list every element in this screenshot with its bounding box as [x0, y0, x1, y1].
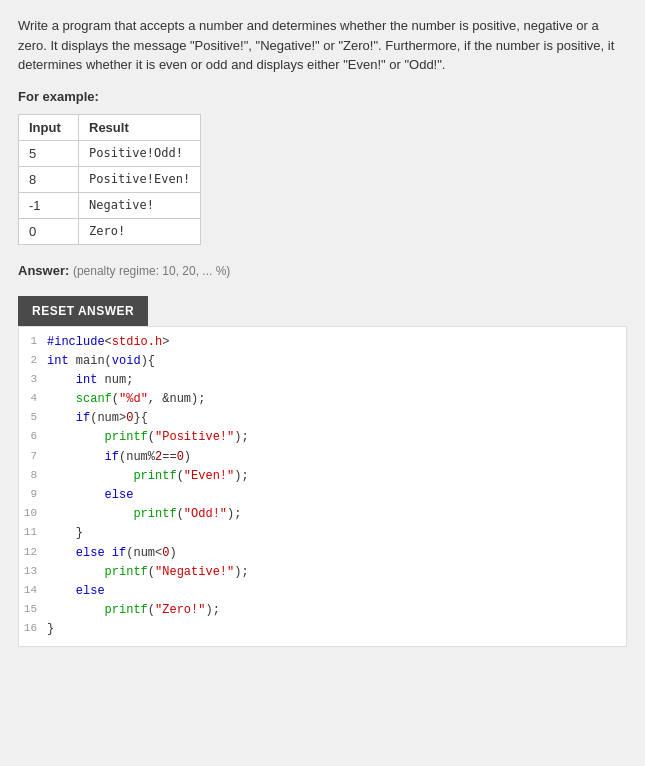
code-token: ( [177, 507, 184, 521]
line-number: 12 [19, 544, 47, 562]
line-content: int num; [47, 371, 626, 390]
code-token: ( [148, 565, 155, 579]
code-token [47, 430, 105, 444]
code-line: 12 else if(num<0) [19, 544, 626, 563]
code-token: printf [105, 430, 148, 444]
code-token: printf [105, 603, 148, 617]
code-token: "Negative!" [155, 565, 234, 579]
code-token: "Positive!" [155, 430, 234, 444]
line-number: 2 [19, 352, 47, 370]
code-token [47, 565, 105, 579]
code-editor[interactable]: 1#include<stdio.h>2int main(void){3 int … [18, 326, 627, 647]
code-token: (num% [119, 450, 155, 464]
code-token: num; [97, 373, 133, 387]
line-content: if(num%2==0) [47, 448, 626, 467]
code-token [105, 546, 112, 560]
code-token: ) [184, 450, 191, 464]
line-number: 13 [19, 563, 47, 581]
line-number: 14 [19, 582, 47, 600]
line-number: 3 [19, 371, 47, 389]
code-token: void [112, 354, 141, 368]
code-token: == [162, 450, 176, 464]
line-number: 9 [19, 486, 47, 504]
code-token: else [76, 546, 105, 560]
line-content: else [47, 486, 626, 505]
table-row: 5Positive!Odd! [19, 140, 201, 166]
code-line: 5 if(num>0}{ [19, 409, 626, 428]
code-token: ); [205, 603, 219, 617]
code-token [47, 507, 133, 521]
code-token: ); [234, 469, 248, 483]
code-token [47, 373, 76, 387]
code-token: printf [133, 507, 176, 521]
code-line: 16} [19, 620, 626, 639]
code-token: 0 [177, 450, 184, 464]
problem-description: Write a program that accepts a number an… [18, 16, 627, 75]
table-cell-input: 5 [19, 140, 79, 166]
code-token: if [76, 411, 90, 425]
code-token: printf [105, 565, 148, 579]
table-row: 8Positive!Even! [19, 166, 201, 192]
line-number: 8 [19, 467, 47, 485]
line-content: int main(void){ [47, 352, 626, 371]
code-token: #include [47, 335, 105, 349]
code-token: ); [234, 430, 248, 444]
line-number: 16 [19, 620, 47, 638]
code-token: ( [148, 430, 155, 444]
table-cell-result: Positive!Odd! [79, 140, 201, 166]
reset-answer-button[interactable]: RESET ANSWER [18, 296, 148, 326]
reset-bar: RESET ANSWER [18, 286, 627, 326]
code-token: > [162, 335, 169, 349]
line-content: printf("Positive!"); [47, 428, 626, 447]
code-token: "Odd!" [184, 507, 227, 521]
line-content: #include<stdio.h> [47, 333, 626, 352]
code-line: 14 else [19, 582, 626, 601]
line-content: printf("Odd!"); [47, 505, 626, 524]
answer-section: Answer: (penalty regime: 10, 20, ... %) … [18, 263, 627, 647]
code-token: }{ [133, 411, 147, 425]
code-token: ( [112, 392, 119, 406]
line-content: else if(num<0) [47, 544, 626, 563]
code-token: < [105, 335, 112, 349]
code-token [47, 469, 133, 483]
code-token: "%d" [119, 392, 148, 406]
table-row: 0Zero! [19, 218, 201, 244]
code-token: printf [133, 469, 176, 483]
line-number: 1 [19, 333, 47, 351]
code-token: if [105, 450, 119, 464]
code-line: 15 printf("Zero!"); [19, 601, 626, 620]
code-token [47, 584, 76, 598]
table-cell-result: Zero! [79, 218, 201, 244]
code-token: ); [227, 507, 241, 521]
code-line: 7 if(num%2==0) [19, 448, 626, 467]
table-header-result: Result [79, 114, 201, 140]
table-cell-result: Negative! [79, 192, 201, 218]
line-content: printf("Zero!"); [47, 601, 626, 620]
code-token: "Even!" [184, 469, 234, 483]
code-token: } [47, 622, 54, 636]
code-token [47, 411, 76, 425]
code-line: 9 else [19, 486, 626, 505]
table-cell-input: 0 [19, 218, 79, 244]
line-content: printf("Even!"); [47, 467, 626, 486]
code-line: 6 printf("Positive!"); [19, 428, 626, 447]
code-token: ){ [141, 354, 155, 368]
code-line: 4 scanf("%d", &num); [19, 390, 626, 409]
code-token: (num< [126, 546, 162, 560]
table-cell-input: -1 [19, 192, 79, 218]
code-token: ); [234, 565, 248, 579]
line-content: scanf("%d", &num); [47, 390, 626, 409]
for-example-label: For example: [18, 89, 627, 104]
code-token: ( [177, 469, 184, 483]
code-token [47, 392, 76, 406]
code-token: stdio.h [112, 335, 162, 349]
code-token [47, 546, 76, 560]
line-content: } [47, 524, 626, 543]
line-content: } [47, 620, 626, 639]
line-content: else [47, 582, 626, 601]
code-token: "Zero!" [155, 603, 205, 617]
code-token: main( [69, 354, 112, 368]
table-row: -1Negative! [19, 192, 201, 218]
code-line: 2int main(void){ [19, 352, 626, 371]
code-line: 8 printf("Even!"); [19, 467, 626, 486]
